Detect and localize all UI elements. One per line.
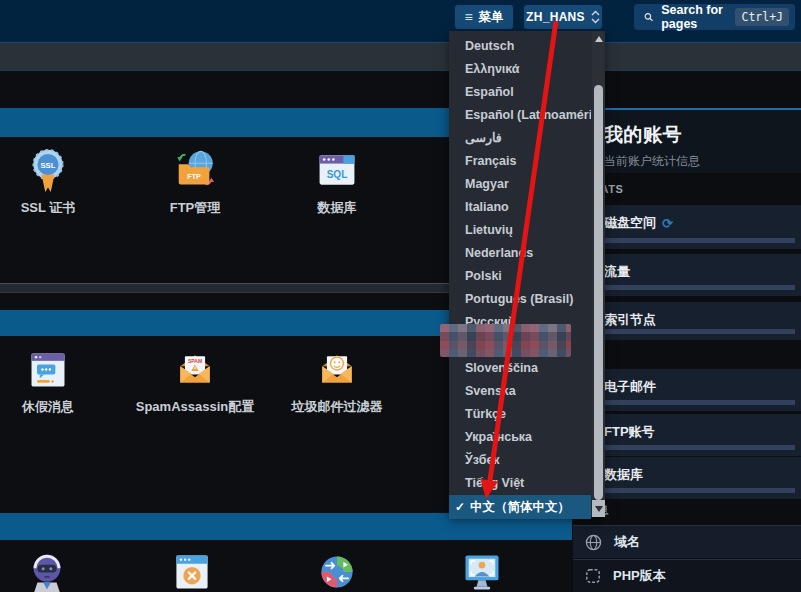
tile-label: 垃圾邮件过滤器 [292, 398, 383, 416]
language-selector-button[interactable]: ZH_HANS [524, 5, 602, 29]
scroll-down-arrow-icon[interactable] [592, 500, 605, 517]
scroll-up-arrow-icon[interactable] [595, 36, 603, 42]
progress-track [596, 238, 795, 243]
language-option[interactable]: Português (Brasil) [449, 288, 591, 311]
tile-ftp-management[interactable]: FTP FTP管理 [135, 147, 255, 217]
tile-bottom-1[interactable] [0, 550, 107, 592]
top-navigation-bar: ≡ 菜单 ZH_HANS Search for pages Ctrl+J [0, 0, 801, 43]
language-option[interactable]: Magyar [449, 173, 591, 196]
robot-icon [24, 550, 70, 592]
language-option[interactable]: Tiếng Việt [449, 472, 591, 495]
check-icon: ✓ [455, 495, 465, 519]
language-option[interactable]: Deutsch [449, 35, 591, 58]
tile-label: FTP管理 [170, 199, 221, 217]
svg-text:SQL: SQL [327, 169, 348, 180]
tile-label: 数据库 [318, 199, 357, 217]
language-option[interactable]: Italiano [449, 196, 591, 219]
account-subtitle: 当前账户统计信息 [604, 153, 801, 170]
svg-text:SPAM: SPAM [188, 358, 202, 364]
spam-filter-icon [315, 348, 359, 392]
stat-ftp-accounts: FTP账号 [588, 414, 801, 456]
language-option[interactable]: Ελληνικά [449, 58, 591, 81]
search-label: Search for pages [661, 3, 727, 31]
chevron-up-down-icon [591, 10, 600, 24]
tile-databases[interactable]: SQL 数据库 [277, 147, 397, 217]
search-icon [644, 10, 653, 24]
language-option[interactable]: Türkçe [449, 403, 591, 426]
progress-track [596, 400, 795, 405]
account-summary-panel: 我的账号 当前账户统计信息 [588, 108, 801, 173]
stat-label: FTP账号 [604, 423, 655, 441]
info-row-label: 域名 [614, 533, 640, 551]
tile-bottom-2[interactable] [132, 550, 252, 592]
hamburger-icon: ≡ [464, 10, 472, 24]
tile-vacation-messages[interactable]: 休假消息 [0, 348, 108, 416]
language-option-selected[interactable]: ✓ 中文（简体中文） [449, 495, 591, 519]
tile-ssl-certificates[interactable]: SSL SSL 证书 [0, 147, 108, 217]
language-option[interactable]: Svenska [449, 380, 591, 403]
tile-bottom-4[interactable] [422, 550, 542, 592]
menu-button-label: 菜单 [479, 9, 504, 26]
ssl-certificate-icon: SSL [26, 147, 70, 193]
progress-track [596, 329, 795, 334]
censored-text-overlay [440, 324, 571, 357]
ftp-folder-icon: FTP [172, 147, 218, 193]
progress-track [596, 445, 795, 450]
stat-databases: 数据库 [588, 457, 801, 499]
language-option[interactable]: Українська [449, 426, 591, 449]
account-title: 我的账号 [604, 122, 801, 148]
dropdown-scrollbar[interactable] [592, 31, 605, 517]
stat-label: 索引节点 [604, 311, 656, 329]
selected-language-label: 中文（简体中文） [470, 495, 570, 519]
sql-database-icon: SQL [315, 147, 359, 193]
error-window-icon [170, 550, 214, 592]
svg-text:FTP: FTP [187, 173, 201, 181]
language-option[interactable]: Français [449, 150, 591, 173]
info-row-php-version[interactable]: PHP版本 [573, 559, 801, 592]
stat-label: 电子邮件 [604, 378, 656, 396]
stat-disk-space: 磁盘空间 ⟳ [588, 205, 801, 249]
language-option[interactable]: فارسی [449, 127, 591, 150]
stat-label: 数据库 [604, 466, 643, 484]
language-option[interactable]: Español (Latinoamérica) [449, 104, 591, 127]
tile-label: SSL 证书 [21, 199, 76, 217]
progress-track [596, 285, 795, 290]
account-sidebar: 我的账号 当前账户统计信息 STATS 磁盘空间 ⟳ 流量 索引节点 电子邮件 … [572, 71, 801, 592]
language-option[interactable]: Español [449, 81, 591, 104]
php-icon [585, 568, 601, 584]
spamassassin-icon: SPAM [173, 348, 217, 392]
stat-label: 流量 [604, 263, 630, 281]
stat-bandwidth: 流量 [588, 254, 801, 296]
collapsed-group-header [0, 43, 801, 71]
stat-inodes: 索引节点 [588, 302, 801, 340]
language-option[interactable]: Nederlands [449, 242, 591, 265]
stat-email: 电子邮件 [588, 369, 801, 411]
globe-icon [585, 534, 602, 551]
refresh-icon[interactable]: ⟳ [662, 216, 673, 231]
tile-label: 休假消息 [22, 398, 74, 416]
language-option[interactable]: Slovenščina [449, 357, 591, 380]
progress-track [596, 488, 795, 493]
language-dropdown: Deutsch Ελληνικά Español Español (Latino… [449, 31, 605, 517]
search-shortcut-badge: Ctrl+J [735, 8, 789, 26]
tile-spamassassin[interactable]: SPAM SpamAssassin配置 [135, 348, 255, 416]
info-row-label: PHP版本 [613, 567, 666, 585]
svg-text:SSL: SSL [40, 161, 55, 170]
language-option[interactable]: Ўзбек [449, 449, 591, 472]
tile-spam-filters[interactable]: 垃圾邮件过滤器 [277, 348, 397, 416]
language-option[interactable]: Polski [449, 265, 591, 288]
menu-button[interactable]: ≡ 菜单 [455, 5, 513, 29]
language-option[interactable]: Lietuvių [449, 219, 591, 242]
tile-bottom-3[interactable] [277, 550, 397, 592]
scrollbar-thumb[interactable] [594, 85, 603, 500]
monitor-user-icon [460, 550, 504, 592]
info-row-domain[interactable]: 域名 [573, 525, 801, 558]
page-search-button[interactable]: Search for pages Ctrl+J [634, 4, 795, 30]
language-selector-value: ZH_HANS [526, 10, 585, 24]
vacation-message-icon [26, 348, 70, 392]
transfer-icon [315, 550, 359, 592]
tile-label: SpamAssassin配置 [136, 398, 255, 416]
stat-label: 磁盘空间 [604, 214, 656, 232]
